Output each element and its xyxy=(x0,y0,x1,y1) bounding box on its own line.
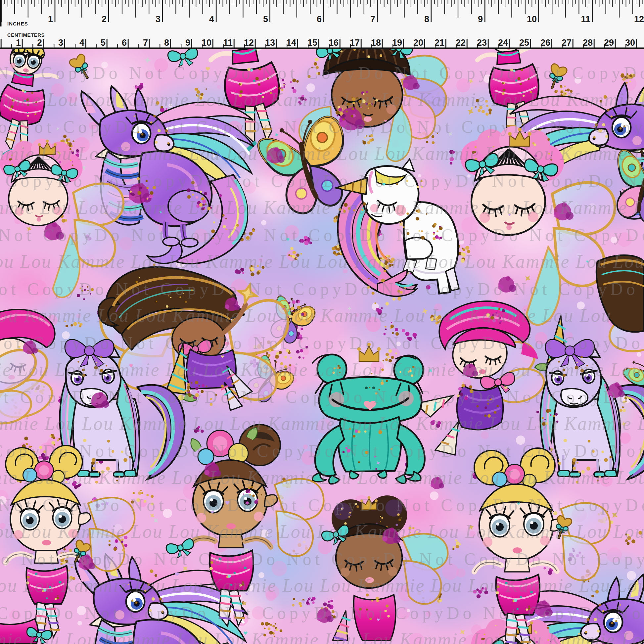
svg-text:6: 6 xyxy=(122,38,127,48)
svg-text:11: 11 xyxy=(581,14,590,24)
svg-text:Do Not CopyDo Not CopyDo Not C: Do Not CopyDo Not CopyDo Not CopyDo Not … xyxy=(0,550,644,569)
svg-text:2: 2 xyxy=(102,14,107,24)
svg-text:Do Not CopyDo Not CopyDo Not C: Do Not CopyDo Not CopyDo Not CopyDo Not … xyxy=(0,496,644,515)
svg-text:3: 3 xyxy=(58,38,63,48)
svg-text:8: 8 xyxy=(164,38,169,48)
svg-text:2: 2 xyxy=(37,38,42,48)
svg-text:27: 27 xyxy=(562,38,572,48)
svg-text:17: 17 xyxy=(350,38,360,48)
svg-text:1: 1 xyxy=(16,38,21,48)
svg-text:5: 5 xyxy=(101,38,106,48)
svg-text:24: 24 xyxy=(498,38,508,48)
svg-text:29: 29 xyxy=(604,38,614,48)
svg-text:Do Not CopyDo Not CopyDo Not C: Do Not CopyDo Not CopyDo Not CopyDo Not … xyxy=(0,388,644,406)
svg-text:10: 10 xyxy=(202,38,211,48)
svg-text:Kammie Lou Lou Kammie Lou Lou: Kammie Lou Lou Kammie Lou Lou Kammie Lou… xyxy=(0,629,644,644)
svg-text:Kammie Lou Lou Kammie Lou Lou: Kammie Lou Lou Kammie Lou Lou Kammie Lou… xyxy=(0,251,644,272)
svg-text:1: 1 xyxy=(48,14,53,24)
svg-text:Kammie Lou Lou Kammie Lou Lou: Kammie Lou Lou Kammie Lou Lou Kammie Lou… xyxy=(0,305,612,326)
svg-text:Kammie Lou Lou Kammie Lou Lou: Kammie Lou Lou Kammie Lou Lou Kammie Lou… xyxy=(0,143,644,164)
svg-text:9: 9 xyxy=(478,14,483,24)
svg-text:12: 12 xyxy=(634,14,644,24)
svg-text:Kammie Lou Lou Kammie Lou Lou: Kammie Lou Lou Kammie Lou Lou Kammie Lou… xyxy=(0,521,644,542)
svg-text:Kammie Lou Lou Kammie Lou Lou: Kammie Lou Lou Kammie Lou Lou Kammie Lou… xyxy=(0,197,644,218)
svg-text:13: 13 xyxy=(265,38,275,48)
svg-text:4: 4 xyxy=(79,38,84,48)
svg-text:Do Not CopyDo Not CopyDo Not C: Do Not CopyDo Not CopyDo Not CopyDo Not … xyxy=(0,604,644,622)
svg-text:Kammie Lou Lou Kammie Lou Lou: Kammie Lou Lou Kammie Lou Lou Kammie Lou… xyxy=(0,89,644,110)
svg-text:16: 16 xyxy=(329,38,339,48)
svg-text:Do Not CopyDo Not CopyDo Not C: Do Not CopyDo Not CopyDo Not CopyDo Not … xyxy=(0,441,644,460)
svg-text:Do Not CopyDo Not CopyDo Not C: Do Not CopyDo Not CopyDo Not CopyDo Not … xyxy=(0,64,644,82)
svg-text:28: 28 xyxy=(583,38,593,48)
svg-text:18: 18 xyxy=(371,38,381,48)
svg-text:Kammie Lou Lou Kammie Lou Lou: Kammie Lou Lou Kammie Lou Lou Kammie Lou… xyxy=(0,575,644,596)
svg-text:Do Not CopyDo Not CopyDo Not C: Do Not CopyDo Not CopyDo Not CopyDo Not … xyxy=(0,226,644,245)
svg-text:10: 10 xyxy=(527,14,537,24)
svg-text:7: 7 xyxy=(370,14,375,24)
svg-text:3: 3 xyxy=(156,14,161,24)
svg-text:8: 8 xyxy=(424,14,429,24)
svg-text:Kammie Lou Lou Kammie Lou Lou: Kammie Lou Lou Kammie Lou Lou Kammie Lou… xyxy=(0,467,644,488)
svg-text:15: 15 xyxy=(307,38,317,48)
svg-text:Do Not CopyDo Not CopyDo Not C: Do Not CopyDo Not CopyDo Not CopyDo Not … xyxy=(0,171,644,190)
svg-text:12: 12 xyxy=(244,38,254,48)
svg-text:7: 7 xyxy=(143,38,148,48)
svg-text:11: 11 xyxy=(223,38,233,48)
svg-text:CENTIMETERS: CENTIMETERS xyxy=(7,32,45,38)
svg-text:Do Not CopyDo Not CopyDo Not C: Do Not CopyDo Not CopyDo Not CopyDo Not … xyxy=(0,280,644,299)
svg-text:Do Not CopyDo Not CopyDo Not C: Do Not CopyDo Not CopyDo Not CopyDo Not … xyxy=(0,334,644,352)
svg-text:25: 25 xyxy=(519,38,529,48)
svg-text:20: 20 xyxy=(413,38,423,48)
svg-text:21: 21 xyxy=(435,38,444,48)
svg-text:26: 26 xyxy=(540,38,550,48)
svg-text:5: 5 xyxy=(263,14,268,24)
svg-text:14: 14 xyxy=(286,38,296,48)
svg-text:23: 23 xyxy=(477,38,487,48)
svg-text:22: 22 xyxy=(456,38,466,48)
svg-text:19: 19 xyxy=(392,38,402,48)
svg-text:INCHES: INCHES xyxy=(7,21,28,26)
svg-text:Do Not CopyDo Not CopyDo Not C: Do Not CopyDo Not CopyDo Not CopyDo Not … xyxy=(0,117,644,136)
svg-text:4: 4 xyxy=(209,14,214,24)
svg-text:6: 6 xyxy=(317,14,322,24)
svg-text:Kammie Lou Lou Kammie Lou Lou: Kammie Lou Lou Kammie Lou Lou Kammie Lou… xyxy=(0,359,644,380)
svg-text:9: 9 xyxy=(185,38,190,48)
svg-text:30: 30 xyxy=(625,38,635,48)
svg-text:Kammie Lou Lou Kammie Lou Lou: Kammie Lou Lou Kammie Lou Lou Kammie Lou… xyxy=(0,413,644,434)
